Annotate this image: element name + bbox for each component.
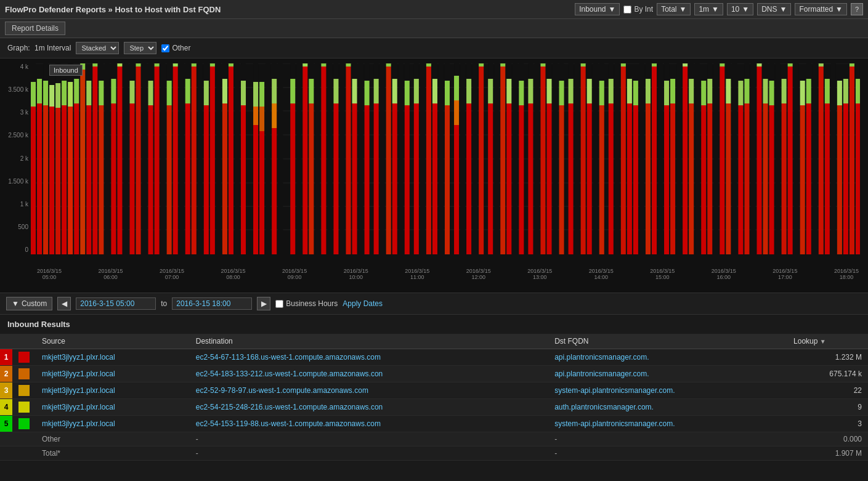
x-label-0505: 2016/3/1505:00: [31, 268, 68, 291]
svg-rect-42: [117, 67, 122, 254]
svg-rect-177: [540, 67, 545, 254]
svg-rect-147: [445, 81, 450, 105]
total-label-cell: [0, 447, 12, 461]
svg-rect-68: [198, 63, 203, 254]
rank-4: 4: [0, 399, 12, 416]
lookup-header[interactable]: Lookup ▼: [787, 334, 868, 349]
chart-svg: [31, 63, 865, 254]
custom-label: Custom: [22, 299, 47, 308]
y-label-4k: 4 k: [0, 63, 31, 70]
svg-rect-202: [615, 63, 620, 254]
svg-rect-238: [726, 63, 731, 79]
source-5: mkjett3jlyyz1.plxr.local: [36, 416, 190, 432]
fqdn-1: api.plantronicsmanager.com.: [548, 349, 787, 366]
date-forward-button[interactable]: ▶: [257, 297, 270, 310]
svg-rect-149: [454, 125, 459, 254]
other-fqdn: -: [548, 432, 787, 447]
svg-rect-66: [192, 67, 197, 254]
svg-rect-124: [374, 79, 379, 103]
svg-rect-52: [148, 81, 153, 105]
svg-rect-158: [479, 67, 484, 254]
svg-rect-203: [621, 67, 626, 254]
svg-rect-44: [123, 63, 128, 254]
svg-rect-61: [173, 63, 178, 67]
svg-rect-226: [689, 63, 694, 79]
svg-rect-106: [315, 63, 320, 254]
svg-rect-232: [707, 63, 712, 79]
svg-rect-72: [210, 67, 215, 254]
fqdn-2: api.plantronicsmanager.com.: [548, 366, 787, 382]
report-details-button[interactable]: Report Details: [5, 22, 65, 35]
svg-rect-50: [142, 63, 147, 254]
lookup-1: 1.232 M: [787, 349, 868, 366]
svg-rect-265: [813, 63, 817, 254]
step-dropdown[interactable]: Step Line: [124, 42, 156, 54]
svg-rect-130: [392, 79, 397, 103]
start-date-input[interactable]: [76, 297, 156, 310]
other-checkbox[interactable]: [161, 44, 169, 52]
count-dropdown[interactable]: 10 ▼: [727, 3, 753, 15]
svg-rect-156: [466, 63, 471, 79]
other-checkbox-label: Other: [161, 44, 190, 52]
x-label-1000: 2016/3/1510:00: [338, 268, 375, 291]
svg-rect-192: [587, 103, 592, 254]
stacked-dropdown[interactable]: Stacked Normal: [76, 42, 119, 54]
svg-rect-180: [546, 79, 551, 103]
svg-rect-206: [627, 79, 632, 103]
direction-dropdown[interactable]: Inbound ▼: [575, 3, 620, 15]
results-table: Source Destination Dst FQDN Lookup ▼ 1 m…: [0, 334, 868, 461]
x-label-0700: 2016/3/1507:00: [153, 268, 190, 291]
svg-rect-103: [309, 103, 314, 254]
svg-rect-108: [321, 63, 326, 67]
other-label-cell: [0, 432, 12, 447]
svg-rect-88: [259, 131, 264, 254]
custom-button[interactable]: ▼ Custom: [6, 297, 52, 310]
svg-rect-213: [652, 67, 657, 254]
dest-5: ec2-54-153-119-88.us-west-1.compute.amaz…: [190, 416, 548, 432]
svg-rect-128: [386, 63, 391, 67]
svg-rect-65: [185, 63, 190, 79]
dns-dropdown[interactable]: DNS ▼: [757, 3, 791, 15]
by-int-checkbox[interactable]: [623, 6, 631, 14]
apply-dates-button[interactable]: Apply Dates: [343, 299, 383, 308]
svg-rect-210: [646, 103, 651, 254]
svg-rect-38: [105, 63, 110, 254]
svg-rect-28: [74, 79, 79, 103]
svg-rect-13: [37, 79, 42, 103]
svg-rect-269: [825, 79, 830, 103]
total-color-cell: [12, 447, 36, 461]
svg-rect-205: [627, 103, 632, 254]
svg-rect-63: [185, 103, 190, 254]
business-hours-checkbox[interactable]: [275, 300, 283, 308]
svg-rect-220: [670, 79, 675, 103]
results-title: Inbound Results: [0, 315, 868, 334]
svg-rect-113: [339, 63, 344, 254]
date-back-button[interactable]: ◀: [57, 297, 71, 310]
svg-rect-92: [272, 128, 277, 254]
svg-rect-167: [506, 79, 511, 103]
svg-rect-73: [210, 63, 215, 67]
end-date-input[interactable]: [172, 297, 252, 310]
svg-rect-228: [701, 105, 706, 254]
inbound-tooltip: Inbound: [49, 65, 83, 76]
svg-rect-16: [43, 63, 48, 81]
rank-3: 3: [0, 382, 12, 399]
svg-rect-280: [860, 63, 865, 254]
formatted-dropdown[interactable]: Formatted ▼: [795, 3, 847, 15]
svg-rect-250: [763, 63, 768, 79]
interval-dropdown[interactable]: 1m ▼: [694, 3, 723, 15]
svg-rect-239: [732, 63, 737, 254]
svg-rect-136: [414, 103, 419, 254]
svg-rect-186: [569, 103, 574, 254]
total-dropdown[interactable]: Total ▼: [657, 3, 691, 15]
svg-rect-198: [599, 63, 604, 81]
destination-header: Destination: [190, 334, 548, 349]
svg-rect-217: [664, 81, 669, 105]
svg-rect-146: [445, 105, 450, 254]
svg-rect-80: [235, 63, 240, 254]
other-label: Other: [172, 44, 190, 52]
color-3: [12, 382, 36, 399]
by-int-checkbox-label: By Int: [623, 5, 653, 14]
help-button[interactable]: ?: [851, 3, 863, 15]
source-4: mkjett3jlyyz1.plxr.local: [36, 399, 190, 416]
